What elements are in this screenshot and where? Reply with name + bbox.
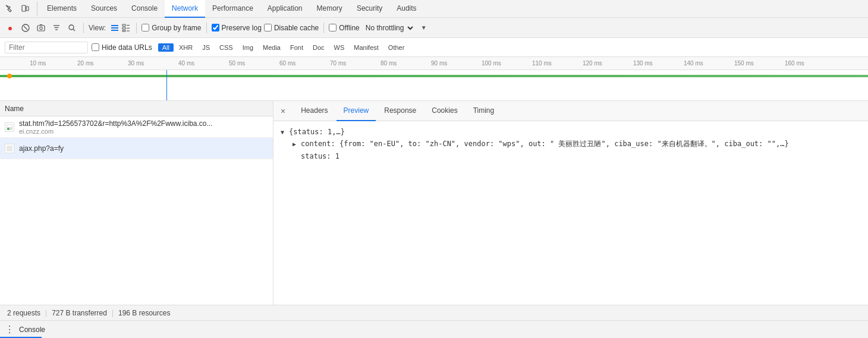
svg-rect-15 [122,27,125,29]
json-root-expand[interactable] [281,126,289,138]
preserve-log-checkbox[interactable] [212,24,219,31]
separator-2 [136,23,137,33]
tick-130ms: 130 ms [633,60,653,67]
tick-100ms: 100 ms [482,60,501,67]
json-status-value: status: 1 [301,150,339,162]
tab-application[interactable]: Application [260,0,310,18]
tick-110ms: 110 ms [532,60,552,67]
throttling-select[interactable]: No throttling Fast 3G Slow 3G Offline [362,23,415,33]
svg-rect-23 [7,146,12,151]
filter-tag-css[interactable]: CSS [215,43,237,52]
console-label[interactable]: Console [19,326,45,334]
tick-60ms: 60 ms [279,60,295,67]
tick-160ms: 160 ms [785,60,804,67]
preserve-log-label[interactable]: Preserve log [212,24,262,32]
tab-audits[interactable]: Audits [389,0,423,18]
tab-performance[interactable]: Performance [205,0,260,18]
status-requests: 2 requests [7,309,40,317]
group-by-frame-label[interactable]: Group by frame [141,24,201,32]
tick-20ms: 20 ms [77,60,93,67]
request-domain-1: ei.cnzz.com [19,128,268,135]
disable-cache-label[interactable]: Disable cache [264,24,319,32]
timeline-orange-dot [7,74,12,78]
svg-rect-12 [111,27,118,29]
json-tree: {status: 1,…} content: {from: "en-EU", t… [281,126,861,162]
tick-90ms: 90 ms [431,60,447,67]
filter-tag-all[interactable]: All [158,43,174,52]
filter-input[interactable] [5,42,88,53]
svg-line-10 [73,29,75,31]
hide-data-urls-label[interactable]: Hide data URLs [92,43,152,52]
offline-checkbox[interactable] [329,24,336,31]
tab-memory[interactable]: Memory [310,0,350,18]
json-content-expand[interactable] [293,138,301,150]
network-toolbar: ● View: [0,18,868,38]
filter-tag-manifest[interactable]: Manifest [350,43,383,52]
svg-rect-16 [122,30,125,31]
tick-80ms: 80 ms [380,60,397,67]
inspect-icon[interactable] [2,2,17,16]
offline-label[interactable]: Offline [329,24,359,32]
tick-50ms: 50 ms [229,60,245,67]
detail-tab-cookies[interactable]: Cookies [424,101,464,121]
filter-tag-media[interactable]: Media [259,43,285,52]
tick-30ms: 30 ms [128,60,144,67]
filter-tag-ws[interactable]: WS [330,43,349,52]
timeline-body [0,70,868,101]
search-button[interactable] [65,21,78,34]
view-tree-icon[interactable] [121,23,131,33]
tab-network[interactable]: Network [165,0,205,18]
request-list: Name stat.htm?id=1256573702&r=http%3A%2F… [0,101,273,305]
detail-close-button[interactable]: × [278,105,288,117]
throttling-dropdown-icon[interactable]: ▼ [417,21,430,34]
detail-tab-preview[interactable]: Preview [336,101,376,121]
view-list-icon[interactable] [109,23,120,33]
filter-tag-img[interactable]: Img [238,43,257,52]
request-item-1[interactable]: stat.htm?id=1256573702&r=http%3A%2F%2Fww… [0,116,273,138]
svg-line-3 [24,26,27,30]
tab-security[interactable]: Security [350,0,389,18]
record-button[interactable]: ● [4,21,17,34]
separator-1 [83,23,84,33]
hide-data-urls-checkbox[interactable] [92,43,99,51]
request-info-1: stat.htm?id=1256573702&r=http%3A%2F%2Fww… [19,119,268,135]
filter-tag-doc[interactable]: Doc [309,43,329,52]
devtools-icons [2,2,37,16]
group-by-frame-checkbox[interactable] [141,24,149,31]
disable-cache-checkbox[interactable] [264,24,272,31]
tab-elements[interactable]: Elements [40,0,84,18]
filter-tags: All XHR JS CSS Img Media Font Doc WS Man… [158,43,409,52]
timeline-scrubber[interactable] [166,70,167,100]
filter-tag-other[interactable]: Other [384,43,409,52]
detail-tab-timing[interactable]: Timing [466,101,502,121]
json-status-row: status: 1 [293,150,861,162]
device-toolbar-icon[interactable] [18,2,32,16]
tick-70ms: 70 ms [330,60,346,67]
tick-140ms: 140 ms [684,60,703,67]
separator-3 [206,23,207,33]
console-menu-icon[interactable]: ⋮ [5,324,14,335]
tab-bar: Elements Sources Console Network Perform… [0,0,868,18]
detail-tab-headers[interactable]: Headers [294,101,335,121]
filter-tag-xhr[interactable]: XHR [175,43,197,52]
detail-tab-response[interactable]: Response [377,101,423,121]
status-transferred: 727 B transferred [52,309,107,317]
json-root-line: {status: 1,…} [281,126,861,138]
tab-sources[interactable]: Sources [84,0,124,18]
request-item-2[interactable]: ajax.php?a=fy [0,138,273,159]
svg-rect-13 [111,30,118,31]
detail-panel: × Headers Preview Response Cookies Timin… [273,101,868,305]
filter-tag-js[interactable]: JS [198,43,214,52]
status-bar: 2 requests | 727 B transferred | 196 B r… [0,305,868,320]
filter-button[interactable] [50,21,63,34]
status-resources: 196 B resources [118,309,170,317]
filter-tag-font[interactable]: Font [286,43,307,52]
tab-console[interactable]: Console [124,0,165,18]
json-content-row: content: {from: "en-EU", to: "zh-CN", ve… [293,138,861,150]
detail-tabs: × Headers Preview Response Cookies Timin… [273,101,868,121]
detail-preview-content: {status: 1,…} content: {from: "en-EU", t… [273,121,868,305]
tick-120ms: 120 ms [583,60,602,67]
clear-button[interactable] [19,21,32,34]
request-favicon-1 [5,122,14,132]
screenshot-button[interactable] [34,21,48,34]
